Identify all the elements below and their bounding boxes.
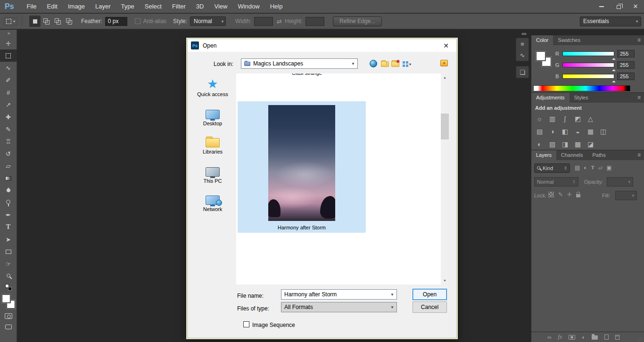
blur-tool[interactable] <box>0 184 17 196</box>
favorites-button[interactable]: ✶ <box>439 58 449 68</box>
curves-icon[interactable]: ∫ <box>561 114 570 123</box>
hue-saturation-icon[interactable]: ▤ <box>535 127 544 136</box>
filter-shape-layers-icon[interactable]: ▱ <box>598 164 603 171</box>
resize-grip[interactable]: ⋰ <box>638 336 643 342</box>
filter-smart-objects-icon[interactable]: ▣ <box>606 164 611 171</box>
foreground-color-swatch[interactable] <box>2 294 10 303</box>
height-input[interactable] <box>305 17 324 26</box>
hand-tool[interactable]: ☞ <box>0 258 17 270</box>
link-dimensions-icon[interactable]: ⇄ <box>277 18 282 25</box>
zoom-tool[interactable] <box>0 270 17 282</box>
close-button[interactable]: ✕ <box>627 0 644 13</box>
rectangle-tool[interactable] <box>0 245 17 258</box>
rectangular-marquee-tool[interactable] <box>0 49 17 62</box>
files-of-type-select[interactable]: All Formats ▼ <box>281 302 397 312</box>
new-selection-button[interactable] <box>29 16 41 27</box>
menu-help[interactable]: Help <box>265 0 288 13</box>
tab-styles[interactable]: Styles <box>570 93 593 103</box>
selected-file-tile[interactable]: Harmony after Storm <box>238 101 366 233</box>
lasso-tool[interactable]: ∿ <box>0 62 17 74</box>
open-button[interactable]: Open <box>413 289 447 300</box>
default-colors-icon[interactable] <box>5 284 12 291</box>
style-select[interactable]: Normal ▾ <box>190 16 226 26</box>
gradient-tool[interactable] <box>0 172 17 184</box>
filter-pixel-layers-icon[interactable]: ▤ <box>575 164 580 171</box>
lock-pixels-icon[interactable]: ✎ <box>558 191 563 198</box>
lock-transparency-icon[interactable] <box>548 192 554 197</box>
color-spectrum-ramp[interactable] <box>533 85 630 91</box>
menu-type[interactable]: Type <box>116 0 140 13</box>
menu-3d[interactable]: 3D <box>191 0 209 13</box>
link-layers-icon[interactable]: ∞ <box>547 334 552 341</box>
file-list[interactable]: Clasi strange Harmony after Storm <box>236 73 441 285</box>
invert-icon[interactable]: ◐ <box>535 139 544 148</box>
up-one-level-button[interactable]: ↑ <box>380 59 389 69</box>
gradient-map-icon[interactable]: ▩ <box>573 139 582 148</box>
subtract-from-selection-button[interactable] <box>52 16 63 27</box>
menu-filter[interactable]: Filter <box>167 0 191 13</box>
menu-layer[interactable]: Layer <box>90 0 116 13</box>
blend-mode-select[interactable]: Normal ⇕ <box>534 177 578 187</box>
view-menu-button[interactable]: ▾ <box>401 59 413 69</box>
menu-select[interactable]: Select <box>140 0 167 13</box>
file-name-input[interactable]: Harmony after Storm ▼ <box>281 289 397 300</box>
panel-menu-icon[interactable]: ≡ <box>634 93 644 103</box>
lock-position-icon[interactable]: ✛ <box>567 191 572 198</box>
tab-adjustments[interactable]: Adjustments <box>531 93 570 103</box>
dodge-tool[interactable] <box>0 196 17 209</box>
threshold-icon[interactable]: ◨ <box>561 139 570 148</box>
panel-menu-icon[interactable]: ≡ <box>634 150 644 160</box>
brush-tool[interactable]: ✎ <box>0 123 17 135</box>
feather-input[interactable]: 0 px <box>105 17 127 26</box>
filter-adjustment-layers-icon[interactable]: ◐ <box>584 164 587 171</box>
new-folder-button[interactable]: ✱ <box>390 59 400 69</box>
screen-mode-button[interactable] <box>5 325 12 329</box>
selective-color-icon[interactable]: ◪ <box>586 139 595 148</box>
blue-value[interactable]: 255 <box>617 73 635 80</box>
history-brush-tool[interactable]: ↺ <box>0 147 17 160</box>
red-value[interactable]: 255 <box>617 50 635 57</box>
histogram-panel-icon[interactable]: ∿ <box>516 49 528 61</box>
place-quick-access[interactable]: ★ Quick access <box>191 75 234 97</box>
eyedropper-tool[interactable]: ⊸ <box>0 98 17 111</box>
add-to-selection-button[interactable] <box>41 16 52 27</box>
menu-image[interactable]: Image <box>63 0 90 13</box>
color-lookup-icon[interactable]: ◫ <box>599 127 608 136</box>
quick-mask-button[interactable] <box>5 313 12 319</box>
place-desktop[interactable]: Desktop <box>191 104 234 126</box>
adjustment-layer-icon[interactable]: ◐ <box>582 334 585 341</box>
brightness-contrast-icon[interactable]: ☼ <box>535 114 544 123</box>
workspace-select[interactable]: Essentials ▾ <box>580 16 641 26</box>
layer-filter-select[interactable]: Kind ⇕ <box>534 163 570 173</box>
minimize-button[interactable] <box>593 0 610 13</box>
green-slider[interactable] <box>562 63 614 67</box>
layer-style-icon[interactable]: fx <box>558 334 562 341</box>
restore-button[interactable] <box>610 0 627 13</box>
width-input[interactable] <box>254 17 273 26</box>
cancel-button[interactable]: Cancel <box>413 301 447 313</box>
levels-icon[interactable]: ▥ <box>548 114 557 123</box>
path-selection-tool[interactable]: ➤ <box>0 233 17 245</box>
menu-view[interactable]: View <box>209 0 232 13</box>
menu-file[interactable]: File <box>22 0 42 13</box>
new-group-icon[interactable] <box>592 335 598 340</box>
color-balance-icon[interactable]: ◑ <box>548 127 557 136</box>
intersect-selection-button[interactable] <box>63 16 74 27</box>
type-tool[interactable]: T <box>0 221 17 233</box>
place-libraries[interactable]: Libraries <box>191 132 234 155</box>
go-back-button[interactable] <box>369 59 378 68</box>
menu-window[interactable]: Window <box>232 0 264 13</box>
refine-edge-button[interactable]: Refine Edge... <box>333 16 382 26</box>
new-layer-icon[interactable] <box>604 334 609 340</box>
tab-channels[interactable]: Channels <box>556 150 587 160</box>
fill-select[interactable]: ▾ <box>615 191 637 200</box>
clone-stamp-tool[interactable]: ♖ <box>0 135 17 147</box>
spot-healing-brush-tool[interactable]: ✚ <box>0 111 17 123</box>
scrollbar[interactable]: ▲ ▼ <box>441 73 449 285</box>
delete-layer-icon[interactable] <box>615 335 619 340</box>
properties-panel-icon[interactable]: ≡ <box>516 38 528 49</box>
image-sequence-checkbox[interactable] <box>243 321 249 327</box>
red-slider[interactable] <box>562 51 614 56</box>
posterize-icon[interactable]: ▨ <box>548 139 557 148</box>
vibrance-icon[interactable]: △ <box>586 114 595 123</box>
